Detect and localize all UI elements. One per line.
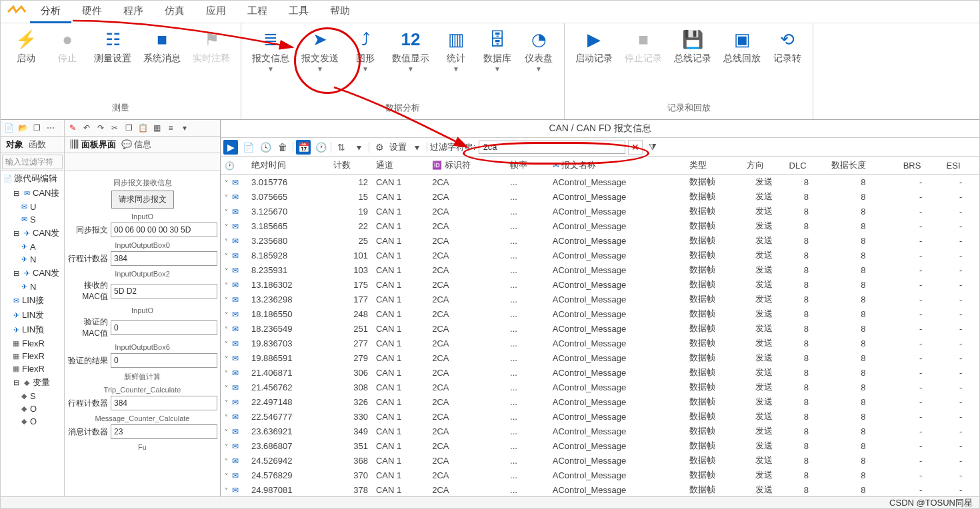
chevron-down-icon[interactable]: ˅ — [225, 340, 229, 348]
chevron-down-icon[interactable]: ˅ — [225, 428, 229, 436]
table-row[interactable]: ˅ ✉13.236298177CAN 12CA...AControl_Messa… — [221, 292, 979, 306]
chevron-down-icon[interactable]: ˅ — [225, 238, 229, 245]
chevron-down-icon[interactable]: ˅ — [225, 355, 229, 362]
undo-icon[interactable]: ↶ — [80, 121, 93, 135]
table-row[interactable]: ˅ ✉24.576829370CAN 12CA...AControl_Messa… — [221, 468, 979, 482]
column-header[interactable]: BRS — [899, 157, 943, 175]
expand-icon[interactable]: ⊟ — [11, 269, 21, 278]
menu-硬件[interactable]: 硬件 — [71, 1, 113, 23]
table-row[interactable]: ˅ ✉8.235931103CAN 12CA...AControl_Messag… — [221, 262, 979, 277]
grid-icon[interactable]: ▦ — [150, 121, 163, 135]
expand-icon[interactable]: ⊟ — [11, 378, 21, 387]
copy-icon[interactable]: ❐ — [30, 121, 43, 135]
table-row[interactable]: ˅ ✉24.526942368CAN 12CA...AControl_Messa… — [221, 453, 979, 468]
save-icon[interactable]: 🕓 — [258, 140, 273, 155]
chevron-down-icon[interactable]: ˅ — [225, 443, 229, 450]
table-row[interactable]: ˅ ✉19.886591279CAN 12CA...AControl_Messa… — [221, 350, 979, 365]
tree-item[interactable]: ✈LIN预 — [1, 322, 64, 337]
tree-filter-input[interactable]: 输入过滤字符 — [2, 155, 63, 169]
table-row[interactable]: ˅ ✉18.236549251CAN 12CA...AControl_Messa… — [221, 321, 979, 336]
column-header[interactable]: 🕐 — [221, 157, 247, 175]
chevron-down-icon[interactable]: ˅ — [225, 179, 229, 187]
sub-tab-对象[interactable]: 对象 — [6, 139, 23, 151]
more-icon[interactable]: ⋯ — [44, 121, 57, 135]
table-row[interactable]: ˅ ✉24.987081378CAN 12CA...AControl_Messa… — [221, 482, 979, 497]
sub-tab-函数[interactable]: 函数 — [29, 139, 46, 151]
align-icon[interactable]: ≡ — [164, 121, 177, 135]
filter-string-input[interactable] — [479, 141, 625, 154]
table-row[interactable]: ˅ ✉3.01577612CAN 12CA...AControl_Message… — [221, 175, 979, 190]
menu-程序[interactable]: 程序 — [113, 1, 154, 23]
tree-item[interactable]: ✈A — [1, 241, 64, 253]
table-row[interactable]: ˅ ✉8.185928101CAN 12CA...AControl_Messag… — [221, 248, 979, 262]
tree-item[interactable]: ▦FlexR — [1, 362, 64, 375]
field-input[interactable] — [111, 396, 217, 410]
ribbon-stats[interactable]: ▥统计▼ — [436, 26, 476, 75]
ribbon-bus-rec[interactable]: 💾总线记录 — [669, 26, 717, 67]
tree-item[interactable]: ▦FlexR — [1, 337, 64, 350]
tree-item[interactable]: ⊟✈CAN发 — [1, 266, 64, 280]
cut-icon[interactable]: ✂ — [108, 121, 121, 135]
ribbon-msg-send[interactable]: ➤报文发送▼ — [296, 26, 344, 75]
tree-item[interactable]: ⊟✉CAN接 — [1, 186, 64, 201]
chevron-down-icon[interactable]: ˅ — [225, 311, 229, 318]
ribbon-chart[interactable]: ⤴图形▼ — [345, 26, 385, 75]
tree-item[interactable]: ✈N — [1, 253, 64, 266]
tree-item[interactable]: ◆O — [1, 415, 64, 428]
tree-item[interactable]: ⊟✈CAN发 — [1, 226, 64, 241]
more2-icon[interactable]: ▾ — [178, 121, 191, 135]
table-row[interactable]: ˅ ✉21.456762308CAN 12CA...AControl_Messa… — [221, 380, 979, 394]
filter-btn-icon[interactable]: ▾ — [351, 140, 366, 155]
calendar-icon[interactable]: 📅 — [296, 140, 311, 155]
chevron-down-icon[interactable]: ˅ — [225, 326, 229, 333]
column-header[interactable]: 帧率 — [506, 157, 549, 175]
table-row[interactable]: ˅ ✉21.406871306CAN 12CA...AControl_Messa… — [221, 365, 979, 380]
table-row[interactable]: ˅ ✉22.497148326CAN 12CA...AControl_Messa… — [221, 394, 979, 409]
tree-item[interactable]: ▦FlexR — [1, 350, 64, 362]
ribbon-start[interactable]: ⚡启动 — [6, 26, 46, 67]
column-header[interactable]: ✉ 报文名称 — [549, 157, 686, 175]
chevron-down-icon[interactable]: ˅ — [225, 282, 229, 289]
field-input[interactable] — [111, 251, 217, 266]
field-input[interactable] — [111, 223, 217, 237]
tree-item[interactable]: ✈LIN发 — [1, 308, 64, 322]
sort-icon[interactable]: ⇅ — [334, 140, 349, 155]
open-icon[interactable]: 📂 — [16, 121, 29, 135]
chevron-down-icon[interactable]: ˅ — [225, 414, 229, 421]
tree-item[interactable]: ✉LIN接 — [1, 293, 64, 308]
column-header[interactable]: 方向 — [743, 157, 785, 175]
ribbon-msg-info[interactable]: ≣报文信息▼ — [247, 26, 295, 75]
menu-应用[interactable]: 应用 — [195, 1, 237, 23]
ribbon-num-display[interactable]: 12数值显示▼ — [387, 26, 435, 75]
tree-item[interactable]: ◆S — [1, 390, 64, 402]
chevron-down-icon[interactable]: ˅ — [225, 458, 229, 465]
new-icon[interactable]: 📄 — [2, 121, 15, 135]
chevron-down-icon[interactable]: ˅ — [225, 399, 229, 406]
column-header[interactable]: 绝对时间 — [247, 157, 329, 175]
table-row[interactable]: ˅ ✉22.546777330CAN 12CA...AControl_Messa… — [221, 409, 979, 424]
column-header[interactable]: 🆔 标识符 — [428, 157, 506, 175]
paste-icon[interactable]: 📋 — [136, 121, 149, 135]
tree-item[interactable]: ◆O — [1, 402, 64, 415]
settings-drop-icon[interactable]: ▾ — [409, 140, 424, 155]
column-header[interactable]: DLC — [785, 157, 828, 175]
chevron-down-icon[interactable]: ˅ — [225, 384, 229, 392]
tree-item[interactable]: ✉S — [1, 213, 64, 226]
redo-icon[interactable]: ↷ — [94, 121, 107, 135]
chevron-down-icon[interactable]: ˅ — [225, 472, 229, 480]
tree-item[interactable]: ✉U — [1, 201, 64, 213]
panel-tab-面板界面[interactable]: ▥ 面板界面 — [70, 139, 116, 151]
clear-filter-icon[interactable]: ✕ — [628, 140, 643, 155]
field-input[interactable] — [111, 284, 217, 298]
table-row[interactable]: ˅ ✉23.686807351CAN 12CA...AControl_Messa… — [221, 438, 979, 453]
play-icon[interactable]: ▶ — [223, 140, 238, 155]
table-row[interactable]: ˅ ✉3.23568025CAN 12CA...AControl_Message… — [221, 233, 979, 248]
funnel-icon[interactable]: ⧩ — [645, 140, 660, 155]
column-header[interactable]: ESI — [943, 157, 979, 175]
tree-item[interactable]: ⊟◆变量 — [1, 375, 64, 390]
export-icon[interactable]: 📄 — [241, 140, 255, 155]
tree-item[interactable]: 📄源代码编辑 — [1, 171, 64, 186]
column-header[interactable]: 通道 — [372, 157, 428, 175]
ribbon-database[interactable]: 🗄数据库▼ — [477, 26, 517, 75]
column-header[interactable]: 计数 — [329, 157, 372, 175]
